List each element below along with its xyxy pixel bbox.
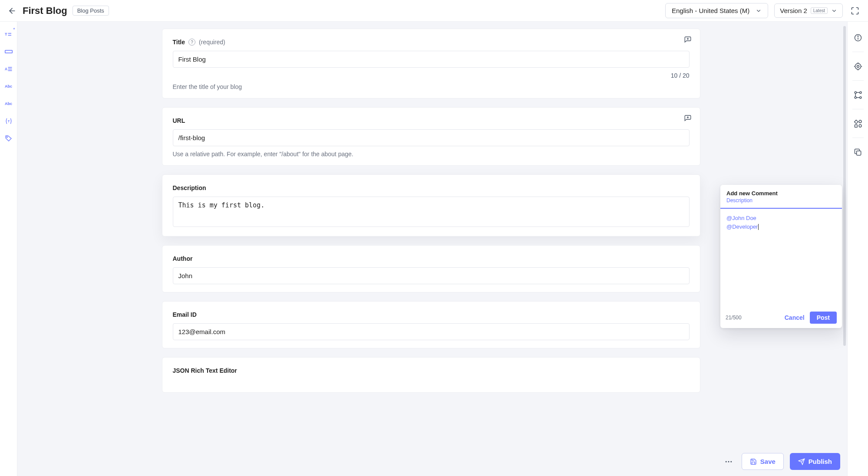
copy-panel-button[interactable] [852,147,864,167]
email-card: Email ID [162,301,700,348]
svg-text:A: A [5,67,7,71]
more-actions-button[interactable] [722,455,736,469]
svg-point-15 [725,461,726,462]
svg-point-10 [7,137,7,138]
required-star-icon: * [13,27,15,32]
page-title: First Blog [23,5,67,16]
author-card: Author [162,245,700,292]
json-rte-head: JSON Rich Text Editor [173,367,690,374]
url-card: URL Use a relative path. For example, en… [162,107,700,166]
template-icon[interactable]: T [4,116,13,126]
svg-text:T: T [5,32,7,36]
abc-icon[interactable]: Abc [4,82,13,91]
svg-rect-4 [5,50,12,53]
locale-label: English - United States (M) [672,7,749,14]
text-caret-icon [758,224,759,230]
mention-role: @Developer [726,223,758,230]
latest-badge: Latest [811,7,828,14]
main-area: Title ? (required) 10 / 20 Enter the tit… [17,22,847,476]
svg-point-31 [855,96,856,98]
locale-selector[interactable]: English - United States (M) [665,3,768,18]
title-card: Title ? (required) 10 / 20 Enter the tit… [162,29,700,98]
lines-icon: A [5,66,13,72]
save-icon [750,458,757,465]
publish-button[interactable]: Publish [790,453,840,470]
svg-point-16 [728,461,729,462]
scrollbar-thumb[interactable] [843,26,846,346]
text-required-icon[interactable]: T * [4,30,13,39]
author-head: Author [173,255,690,262]
popover-title: Add new Comment [726,190,836,197]
mention-user: @John Doe [726,215,756,221]
multi-line-icon[interactable]: A [4,64,13,74]
rect-icon [5,49,13,54]
comment-plus-icon [684,36,692,43]
fullscreen-icon [851,7,859,15]
info-panel-button[interactable] [852,32,864,52]
title-helper: Enter the title of your blog [173,83,690,90]
url-head: URL [173,117,690,124]
author-label: Author [173,255,193,262]
svg-point-24 [857,65,859,67]
author-input[interactable] [173,267,690,284]
comment-plus-icon [684,114,692,122]
curly-t-icon: T [5,117,13,125]
title-head: Title ? (required) [173,39,690,46]
back-button[interactable] [7,6,17,16]
footer-actions: Save Publish [722,453,840,470]
title-counter: 10 / 20 [173,72,690,79]
email-label: Email ID [173,311,197,318]
email-input[interactable] [173,323,690,340]
tag-icon[interactable] [4,134,13,143]
add-comment-button[interactable] [683,35,692,44]
chevron-down-icon [756,8,762,14]
info-icon [854,33,862,42]
workflow-icon [854,91,862,99]
description-label: Description [173,184,206,191]
header-right: English - United States (M) Version 2 La… [665,3,861,18]
url-label: URL [173,117,185,124]
content-type-chip[interactable]: Blog Posts [73,6,109,16]
text-icon: T [5,31,13,37]
arrow-left-icon [8,7,17,15]
right-rail [847,22,868,476]
svg-rect-38 [855,125,857,127]
popover-footer: 21/500 Cancel Post [720,307,842,328]
svg-rect-40 [856,151,861,155]
url-input[interactable] [173,129,690,146]
add-comment-button[interactable] [683,114,692,122]
abc-alt-icon[interactable]: Abc [4,99,13,108]
title-input[interactable] [173,51,690,68]
comment-cancel-button[interactable]: Cancel [785,314,805,321]
workflow-panel-button[interactable] [852,89,864,109]
version-selector[interactable]: Version 2 Latest [774,3,843,18]
header-left: First Blog Blog Posts [7,5,660,16]
svg-point-30 [859,92,861,93]
comment-post-button[interactable]: Post [810,312,837,324]
help-icon[interactable]: ? [188,39,195,46]
body-layout: T * A Abc Abc T [0,22,868,476]
url-helper: Use a relative path. For example, enter … [173,151,690,158]
description-input[interactable] [173,197,690,227]
widgets-panel-button[interactable] [852,118,864,138]
svg-point-23 [855,63,861,69]
chevron-down-icon [831,8,837,14]
svg-point-32 [859,96,861,98]
comment-textarea[interactable]: @John Doe @Developer [720,209,842,307]
left-toolbar: T * A Abc Abc T [0,22,17,476]
single-line-icon[interactable] [4,47,13,56]
json-rte-card: JSON Rich Text Editor [162,357,700,393]
description-head: Description [173,184,690,191]
popover-header: Add new Comment Description [720,185,842,209]
publish-icon [798,458,805,465]
save-button[interactable]: Save [742,453,784,470]
description-card: Description [162,174,700,236]
publish-label: Publish [809,458,832,465]
version-label: Version 2 [780,7,807,14]
svg-text:T: T [7,119,10,123]
svg-point-37 [859,120,861,123]
svg-point-22 [858,36,858,36]
comment-popover: Add new Comment Description @John Doe @D… [720,185,842,328]
settings-panel-button[interactable] [852,61,864,81]
fullscreen-button[interactable] [849,5,861,17]
